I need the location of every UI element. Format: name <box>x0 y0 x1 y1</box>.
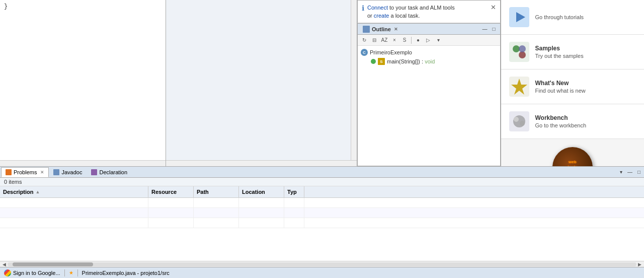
col-header-description-label: Description <box>3 189 34 195</box>
middle-scrollbar-bottom[interactable] <box>166 160 357 166</box>
bottom-minimize-button[interactable]: — <box>626 168 634 176</box>
or-text: or <box>367 13 374 19</box>
problems-tab-close[interactable]: ✕ <box>40 170 44 175</box>
row-path-2 <box>194 208 239 218</box>
outline-tab-label: Outline <box>372 26 391 32</box>
bottom-scrollbar-x[interactable]: ◀ ▶ <box>0 261 644 267</box>
connect-link[interactable]: Connect <box>367 5 388 11</box>
whats-new-icon <box>509 77 529 97</box>
table-body <box>0 198 644 261</box>
bottom-view-menu-button[interactable]: ▾ <box>617 168 625 176</box>
webtools-inner: web tools platform <box>565 160 581 166</box>
row-res-3 <box>148 218 194 228</box>
table-row <box>0 218 644 228</box>
middle-editor[interactable] <box>166 0 357 160</box>
tutorials-item[interactable]: Go through tutorials <box>501 0 645 35</box>
google-icon <box>4 269 11 276</box>
right-panel: ℹ Connect to your task and ALM tools or … <box>357 0 501 166</box>
col-header-path: Path <box>194 186 239 197</box>
scroll-thumb[interactable] <box>13 262 93 266</box>
samples-desc: Try out the samples <box>535 53 584 59</box>
editor-content[interactable]: } <box>0 0 166 160</box>
collapse-all-button[interactable]: ⊟ <box>370 36 379 45</box>
status-sep-1 <box>64 269 65 276</box>
connect-mylyn-text: Connect to your task and ALM tools or cr… <box>367 4 455 20</box>
bottom-tab-actions: ▾ — □ <box>617 168 643 176</box>
sign-in-label: Sign in to Google... <box>13 270 60 276</box>
samples-item[interactable]: Samples Try out the samples <box>501 35 645 70</box>
static-icon: S <box>378 58 385 65</box>
sync-toolbar-button[interactable]: ↻ <box>360 36 369 45</box>
outline-content: C PrimeiroExemplo S main(String[]) : voi… <box>358 46 500 166</box>
row-loc-3 <box>239 218 284 228</box>
whats-new-desc: Find out what is new <box>535 88 586 94</box>
editor-scrollbar-right[interactable] <box>351 0 357 160</box>
workbench-item[interactable]: Workbench Go to the workbench <box>501 104 645 139</box>
workbench-desc: Go to the workbench <box>535 122 587 128</box>
col-header-resource-label: Resource <box>151 189 177 195</box>
row-loc-2 <box>239 208 284 218</box>
outline-header: Outline ✕ — □ <box>358 24 500 35</box>
table-row <box>0 198 644 208</box>
close-icon[interactable]: ✕ <box>491 4 496 11</box>
javadoc-tab[interactable]: Javadoc <box>49 167 87 177</box>
webtools-logo: web tools platform <box>501 139 645 166</box>
sign-in-status[interactable]: Sign in to Google... <box>4 269 60 276</box>
row-path-1 <box>194 198 239 207</box>
whats-new-text: What's New Find out what is new <box>535 80 586 94</box>
outline-tab[interactable]: Outline ✕ <box>360 26 401 33</box>
svg-point-11 <box>520 121 525 126</box>
method-name-label: main(String[]) : void <box>387 58 435 64</box>
row-type-3 <box>284 218 304 228</box>
triangle-button[interactable]: ▷ <box>424 36 433 45</box>
hide-static-button[interactable]: S <box>400 36 409 45</box>
create-link[interactable]: create <box>374 13 389 19</box>
declaration-tab[interactable]: Declaration <box>87 167 132 177</box>
samples-label: Samples <box>535 45 584 52</box>
void-text: void <box>425 58 435 64</box>
workbench-label: Workbench <box>535 114 587 121</box>
col-header-description: Description ▲ <box>0 186 148 197</box>
editor-line: } <box>4 2 162 11</box>
svg-point-3 <box>513 45 520 52</box>
problems-tab-icon <box>6 169 12 175</box>
middle-editor-inner <box>166 0 357 160</box>
webtools-text-line2: tools <box>565 165 581 166</box>
sort-icon[interactable]: ▲ <box>36 189 40 194</box>
javadoc-tab-label: Javadoc <box>61 169 82 175</box>
method-access-icon <box>371 59 376 64</box>
scroll-track[interactable] <box>8 262 636 266</box>
scroll-left-arrow[interactable]: ◀ <box>1 262 8 267</box>
hide-fields-button[interactable]: × <box>390 36 399 45</box>
bottom-maximize-button[interactable]: □ <box>635 168 643 176</box>
left-editor-panel: } <box>0 0 166 166</box>
table-row <box>0 208 644 218</box>
editor-scrollbar-bottom[interactable] <box>0 160 166 166</box>
scroll-right-arrow[interactable]: ▶ <box>636 262 643 267</box>
info-icon: ℹ <box>362 4 364 12</box>
javadoc-tab-icon <box>53 169 59 175</box>
connect-text-1: to your task and ALM tools <box>388 5 455 11</box>
col-header-type: Typ <box>284 186 304 197</box>
star-status[interactable]: ★ <box>69 270 73 275</box>
outline-tab-close[interactable]: ✕ <box>394 27 398 32</box>
maximize-button[interactable]: □ <box>490 25 498 33</box>
outline-class-item[interactable]: C PrimeiroExemplo <box>360 48 498 57</box>
file-label: PrimeiroExemplo.java - projeto1/src <box>82 270 170 276</box>
row-desc-1 <box>0 198 148 207</box>
bottom-status: 0 items <box>0 178 644 186</box>
row-loc-1 <box>239 198 284 207</box>
problems-tab[interactable]: Problems ✕ <box>1 167 49 177</box>
end-text: a local task. <box>389 13 420 19</box>
class-icon: C <box>361 49 368 56</box>
outline-toolbar: ↻ ⊟ AZ × S ● ▷ ▾ <box>358 35 500 46</box>
samples-text: Samples Try out the samples <box>535 45 584 59</box>
outline-method-item[interactable]: S main(String[]) : void <box>360 57 498 66</box>
more-button[interactable]: ▾ <box>434 36 443 45</box>
minimize-button[interactable]: — <box>481 25 489 33</box>
sort-az-button[interactable]: AZ <box>380 36 389 45</box>
whats-new-item[interactable]: What's New Find out what is new <box>501 70 645 104</box>
svg-rect-2 <box>509 42 529 62</box>
dot-button[interactable]: ● <box>414 36 423 45</box>
row-desc-3 <box>0 218 148 228</box>
